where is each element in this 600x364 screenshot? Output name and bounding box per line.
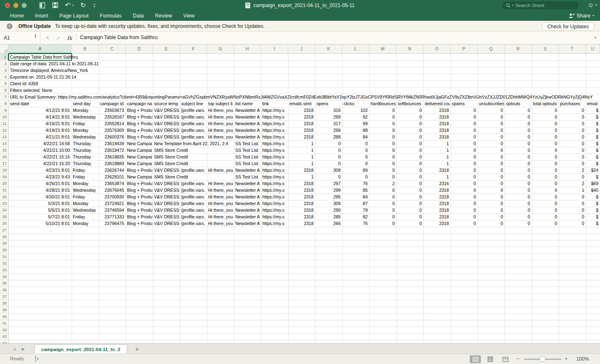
- cell-H26[interactable]: Newsletter A: [234, 220, 261, 227]
- cell-J17[interactable]: 1: [288, 161, 315, 167]
- row-header-27[interactable]: 27: [0, 227, 9, 233]
- name-box[interactable]: A1 ▲▼: [0, 32, 40, 44]
- row-header-38[interactable]: 38: [0, 300, 9, 307]
- cell-K22[interactable]: 295: [315, 194, 342, 200]
- cell-N9[interactable]: 0: [396, 107, 423, 114]
- tab-formulas[interactable]: Formulas: [100, 13, 122, 19]
- cell-M18[interactable]: 0: [369, 167, 396, 173]
- cell-A8[interactable]: send date: [9, 101, 71, 107]
- cell-D24[interactable]: Blog + Produ: [126, 207, 152, 213]
- row-header-6[interactable]: 6: [0, 87, 9, 94]
- cell-M26[interactable]: 0: [369, 220, 396, 227]
- cell-C21[interactable]: 23676045: [99, 187, 125, 193]
- cell-A1[interactable]: Campaign Table Data from Sailthru: [9, 54, 79, 60]
- cell-D23[interactable]: Blog + Produ: [126, 201, 152, 207]
- cell-Q9[interactable]: 0: [478, 107, 504, 114]
- cell-R17[interactable]: 0: [505, 161, 531, 167]
- cell-H15[interactable]: SS Test List: [234, 147, 261, 154]
- cell-P11[interactable]: 0: [451, 121, 477, 127]
- cell-K8[interactable]: opens: [315, 101, 342, 107]
- cell-J13[interactable]: 2318: [288, 134, 315, 140]
- cell-B18[interactable]: Friday: [72, 167, 98, 173]
- cell-M20[interactable]: 2: [369, 181, 396, 187]
- cell-I15[interactable]: https://my.s: [261, 147, 288, 154]
- normal-view-button[interactable]: [470, 355, 481, 363]
- cell-E17[interactable]: SMS Store Credit: [153, 161, 207, 167]
- row-header-37[interactable]: 37: [0, 293, 9, 300]
- cell-H24[interactable]: Newsletter A: [234, 207, 261, 213]
- cell-C24[interactable]: 23746594: [99, 207, 125, 213]
- column-header-C[interactable]: C: [99, 45, 126, 54]
- cell-C20[interactable]: 23653874: [99, 181, 125, 187]
- cell-U12[interactable]: $: [586, 127, 600, 134]
- cell-D15[interactable]: New Campai: [126, 147, 152, 154]
- cell-S9[interactable]: 0: [532, 107, 558, 114]
- row-header-3[interactable]: 3: [0, 67, 9, 74]
- cell-A17[interactable]: 4/22/21 15:20: [9, 161, 71, 167]
- cell-U20[interactable]: $69: [586, 181, 600, 187]
- row-header-7[interactable]: 7: [0, 94, 9, 100]
- cell-S10[interactable]: 0: [532, 114, 558, 120]
- cell-E24[interactable]: V&V DRESSE: [153, 207, 179, 213]
- cell-N11[interactable]: 0: [396, 121, 423, 127]
- cell-Q15[interactable]: 0: [478, 147, 504, 154]
- cell-Q17[interactable]: 0: [478, 161, 504, 167]
- cell-B21[interactable]: Wednesday: [72, 187, 98, 193]
- cell-G22[interactable]: Hi there, you: [207, 194, 234, 200]
- cell-Q22[interactable]: 0: [478, 194, 504, 200]
- cell-H21[interactable]: Newsletter A: [234, 187, 261, 193]
- check-for-updates-button[interactable]: Check for Updates: [542, 22, 594, 30]
- cell-P25[interactable]: 0: [451, 214, 477, 220]
- cell-T22[interactable]: 0: [559, 194, 585, 200]
- cell-B11[interactable]: Friday: [72, 121, 98, 127]
- cell-F25[interactable]: {profile.vars.: [180, 214, 207, 220]
- cell-P24[interactable]: 0: [451, 207, 477, 213]
- cell-C12[interactable]: 23576300: [99, 127, 125, 134]
- tab-review[interactable]: Review: [155, 13, 172, 19]
- cell-R14[interactable]: 0: [505, 141, 531, 147]
- cell-P16[interactable]: 0: [451, 154, 477, 160]
- cell-J16[interactable]: 1: [288, 154, 315, 160]
- cell-D9[interactable]: Blog + Produ: [126, 107, 152, 114]
- cell-T17[interactable]: 0: [559, 161, 585, 167]
- cell-K11[interactable]: 317: [315, 121, 342, 127]
- cell-G12[interactable]: Hi there, you: [207, 127, 234, 134]
- cell-E18[interactable]: V&V DRESSE: [153, 167, 179, 173]
- smiley-feedback-icon[interactable]: ☺: [588, 1, 594, 8]
- cell-K24[interactable]: 290: [315, 207, 342, 213]
- cell-T24[interactable]: 0: [559, 207, 585, 213]
- formula-input[interactable]: Campaign Table Data from Sailthru: [80, 35, 158, 40]
- cell-K23[interactable]: 309: [315, 201, 342, 207]
- cell-Q19[interactable]: 0: [478, 174, 504, 180]
- cell-T26[interactable]: 0: [559, 220, 585, 227]
- row-header-24[interactable]: 24: [0, 207, 9, 213]
- column-header-Q[interactable]: Q: [478, 45, 505, 54]
- cell-J19[interactable]: 1: [288, 174, 315, 180]
- cell-C22[interactable]: 23700930: [99, 194, 125, 200]
- cell-C8[interactable]: campaign id: [99, 101, 125, 107]
- cell-T16[interactable]: 0: [559, 154, 585, 160]
- cell-N17[interactable]: 0: [396, 161, 423, 167]
- row-header-30[interactable]: 30: [0, 247, 9, 253]
- row-header-1[interactable]: 1: [0, 54, 9, 60]
- column-header-O[interactable]: O: [423, 45, 451, 54]
- cell-P26[interactable]: 0: [451, 220, 477, 227]
- cell-O16[interactable]: 1: [423, 154, 450, 160]
- cell-K14[interactable]: 0: [315, 141, 342, 147]
- cell-L11[interactable]: 99: [342, 121, 369, 127]
- row-header-43[interactable]: 43: [0, 333, 9, 340]
- cell-Q16[interactable]: 0: [478, 154, 504, 160]
- cell-M13[interactable]: 0: [369, 134, 396, 140]
- cell-K17[interactable]: 0: [315, 161, 342, 167]
- cell-B12[interactable]: Monday: [72, 127, 98, 134]
- cell-J23[interactable]: 2318: [288, 201, 315, 207]
- cell-P12[interactable]: 0: [451, 127, 477, 134]
- cell-I20[interactable]: https://my.s: [261, 181, 288, 187]
- cell-B8[interactable]: send day: [72, 101, 98, 107]
- cell-B25[interactable]: Friday: [72, 214, 98, 220]
- cell-E20[interactable]: V&V DRESSE: [153, 181, 179, 187]
- cell-S12[interactable]: 0: [532, 127, 558, 134]
- row-header-2[interactable]: 2: [0, 60, 9, 67]
- cell-H13[interactable]: Newsletter A: [234, 134, 261, 140]
- cell-F9[interactable]: {profile.vars.: [180, 107, 207, 114]
